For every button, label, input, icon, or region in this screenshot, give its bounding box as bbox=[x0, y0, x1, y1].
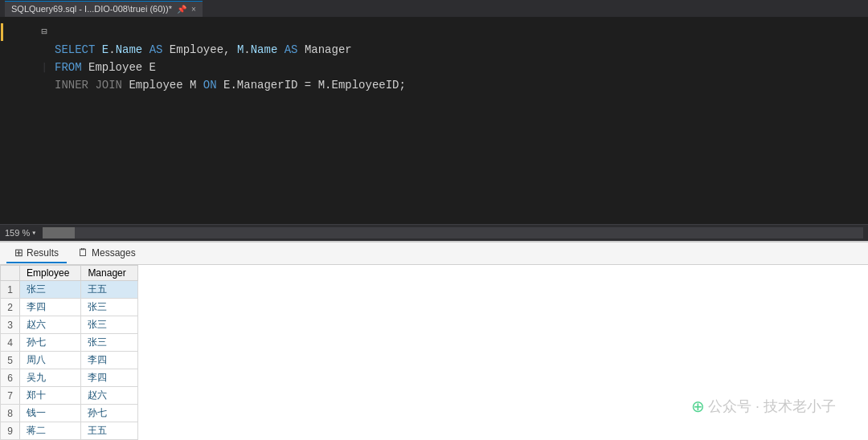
row-number: 5 bbox=[1, 352, 20, 369]
cell-manager: 孙七 bbox=[81, 405, 137, 422]
cell-manager: 李四 bbox=[81, 369, 137, 387]
cell-employee: 郑十 bbox=[20, 387, 81, 405]
table-row: 9蒋二王五 bbox=[1, 422, 138, 440]
col-employee: Employee bbox=[20, 266, 81, 281]
editor-area: ⊟ │ SELECT E.Name AS Employee, M.Name AS… bbox=[0, 17, 868, 224]
editor-fold-col: ⊟ │ bbox=[37, 17, 51, 224]
cell-employee: 钱一 bbox=[20, 405, 81, 422]
cell-employee: 周八 bbox=[20, 352, 81, 369]
cell-manager: 王五 bbox=[81, 281, 137, 299]
editor-tab[interactable]: SQLQuery69.sql - I...DIO-008\truei (60))… bbox=[5, 1, 203, 17]
cell-employee: 赵六 bbox=[20, 316, 81, 334]
results-table: Employee Manager 1张三王五2李四张三3赵六张三4孙七张三5周八… bbox=[0, 265, 138, 440]
watermark-text: 公众号 · 技术老小子 bbox=[708, 397, 836, 416]
cell-manager: 赵六 bbox=[81, 387, 137, 405]
messages-tab-label: Messages bbox=[92, 247, 136, 259]
row-number: 9 bbox=[1, 422, 20, 440]
table-row: 5周八李四 bbox=[1, 352, 138, 369]
zoom-bar: 159 % ▾ bbox=[0, 224, 868, 241]
editor-gutter bbox=[5, 17, 37, 224]
cell-employee: 蒋二 bbox=[20, 422, 81, 440]
tab-results[interactable]: ⊞ Results bbox=[6, 243, 67, 263]
cell-employee: 李四 bbox=[20, 299, 81, 316]
results-tab-label: Results bbox=[27, 247, 59, 259]
cell-employee: 张三 bbox=[20, 281, 81, 299]
title-bar: SQLQuery69.sql - I...DIO-008\truei (60))… bbox=[0, 0, 868, 17]
tab-messages[interactable]: 🗒 Messages bbox=[70, 243, 144, 263]
row-number: 1 bbox=[1, 281, 20, 299]
zoom-level: 159 % bbox=[5, 228, 30, 238]
table-row: 2李四张三 bbox=[1, 299, 138, 316]
cell-manager: 张三 bbox=[81, 316, 137, 334]
row-number: 7 bbox=[1, 387, 20, 405]
table-row: 7郑十赵六 bbox=[1, 387, 138, 405]
tab-label: SQLQuery69.sql - I...DIO-008\truei (60))… bbox=[11, 4, 172, 14]
col-manager: Manager bbox=[81, 266, 137, 281]
row-number: 4 bbox=[1, 334, 20, 352]
table-row: 6吴九李四 bbox=[1, 369, 138, 387]
table-row: 4孙七张三 bbox=[1, 334, 138, 352]
table-header-row: Employee Manager bbox=[1, 266, 138, 281]
result-tabs: ⊞ Results 🗒 Messages bbox=[0, 242, 868, 265]
table-row: 8钱一孙七 bbox=[1, 405, 138, 422]
indicator-active bbox=[1, 23, 3, 41]
fold-icon-3: │ bbox=[42, 59, 47, 76]
app-window: SQLQuery69.sql - I...DIO-008\truei (60))… bbox=[0, 0, 868, 440]
scrollbar-thumb[interactable] bbox=[43, 227, 75, 238]
watermark-wechat-icon: ⊕ bbox=[691, 397, 705, 416]
zoom-dropdown-arrow[interactable]: ▾ bbox=[31, 228, 36, 238]
table-row: 1张三王五 bbox=[1, 281, 138, 299]
row-number: 6 bbox=[1, 369, 20, 387]
pin-icon[interactable]: 📌 bbox=[177, 5, 186, 14]
code-editor[interactable]: SELECT E.Name AS Employee, M.Name AS Man… bbox=[51, 17, 868, 224]
watermark: ⊕ 公众号 · 技术老小子 bbox=[691, 397, 836, 416]
row-number: 3 bbox=[1, 316, 20, 334]
fold-icon-1[interactable]: ⊟ bbox=[41, 23, 47, 41]
cell-employee: 孙七 bbox=[20, 334, 81, 352]
row-number: 2 bbox=[1, 299, 20, 316]
cell-manager: 李四 bbox=[81, 352, 137, 369]
messages-tab-icon: 🗒 bbox=[78, 246, 88, 259]
table-row: 3赵六张三 bbox=[1, 316, 138, 334]
cell-employee: 吴九 bbox=[20, 369, 81, 387]
cell-manager: 张三 bbox=[81, 334, 137, 352]
results-area: ⊞ Results 🗒 Messages Employee Manager bbox=[0, 241, 868, 440]
cell-manager: 王五 bbox=[81, 422, 137, 440]
horizontal-scrollbar[interactable] bbox=[43, 227, 863, 238]
close-icon[interactable]: × bbox=[191, 5, 196, 14]
cell-manager: 张三 bbox=[81, 299, 137, 316]
fold-spacer-2 bbox=[42, 41, 47, 59]
results-tab-icon: ⊞ bbox=[14, 246, 23, 259]
row-number-header bbox=[1, 266, 20, 281]
row-number: 8 bbox=[1, 405, 20, 422]
